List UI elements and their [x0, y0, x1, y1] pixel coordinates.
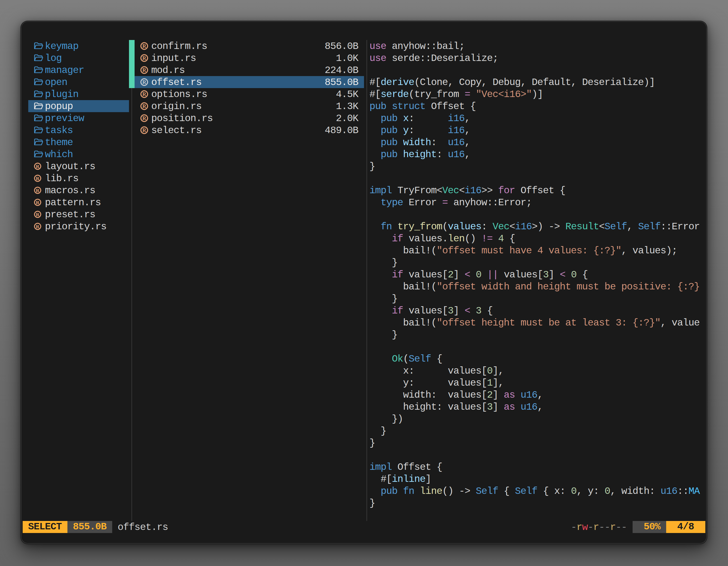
svg-text:R: R [142, 67, 146, 73]
svg-text:R: R [142, 103, 146, 109]
svg-text:R: R [142, 91, 146, 97]
svg-text:R: R [142, 79, 146, 85]
svg-text:R: R [36, 164, 39, 169]
svg-text:R: R [36, 224, 39, 229]
svg-text:R: R [36, 200, 39, 205]
svg-text:R: R [142, 43, 146, 49]
svg-text:R: R [36, 188, 39, 193]
svg-text:R: R [36, 176, 39, 181]
svg-text:R: R [142, 127, 146, 133]
svg-text:R: R [142, 115, 146, 121]
svg-text:R: R [142, 55, 146, 61]
svg-text:R: R [36, 212, 39, 217]
